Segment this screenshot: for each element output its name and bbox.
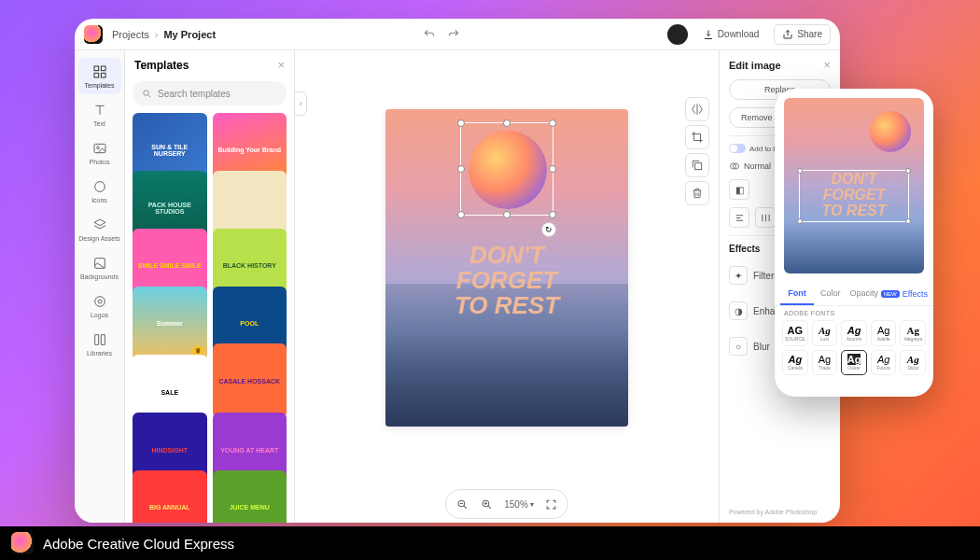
svg-rect-2 xyxy=(94,73,99,77)
properties-panel-title: Edit image xyxy=(729,60,781,71)
rail-templates[interactable]: Templates xyxy=(78,58,121,94)
resize-handle-ne[interactable] xyxy=(549,119,556,127)
font-option[interactable]: AgAlegreya xyxy=(900,320,926,346)
close-icon[interactable]: × xyxy=(277,58,285,72)
duplicate-button[interactable] xyxy=(685,153,709,177)
selection-box[interactable]: ↻ xyxy=(460,122,553,216)
phone-shape[interactable] xyxy=(870,111,911,152)
selected-shape[interactable] xyxy=(469,131,547,209)
svg-rect-11 xyxy=(695,163,702,170)
search-input[interactable]: Search templates xyxy=(133,81,287,105)
share-icon xyxy=(782,29,793,40)
app-logo-icon xyxy=(84,25,103,44)
resize-handle-e[interactable] xyxy=(549,165,556,173)
resize-handle-sw[interactable] xyxy=(797,218,803,224)
distribute-button[interactable] xyxy=(755,207,776,228)
search-icon xyxy=(142,89,152,99)
brand-footer: Adobe Creative Cloud Express xyxy=(0,526,980,560)
svg-point-9 xyxy=(94,297,105,307)
phone-selection-box[interactable] xyxy=(799,170,909,222)
zoom-fit-button[interactable] xyxy=(541,494,562,514)
filters-icon: ✦ xyxy=(729,266,748,285)
undo-button[interactable] xyxy=(419,24,440,45)
share-button[interactable]: Share xyxy=(774,24,831,45)
breadcrumb-root[interactable]: Projects xyxy=(112,29,149,40)
resize-handle-s[interactable] xyxy=(503,211,511,218)
font-option[interactable]: AGSOURCE xyxy=(782,320,808,346)
rail-icons[interactable]: Icons xyxy=(78,173,121,209)
panel-collapse-handle[interactable]: › xyxy=(294,91,307,116)
rail-text[interactable]: Text xyxy=(78,96,121,133)
resize-handle-n[interactable] xyxy=(503,119,511,127)
left-rail: Templates Text Photos Icons Design Asset… xyxy=(75,50,125,523)
fonts-section-label: ADOBE FONTS xyxy=(775,306,933,318)
font-option[interactable]: AgAcumin xyxy=(841,320,867,346)
powered-by-label: Powered by Adobe Photoshop xyxy=(729,509,831,515)
font-option[interactable]: AgOskar xyxy=(841,350,867,376)
rail-backgrounds[interactable]: Backgrounds xyxy=(78,249,121,286)
rail-design-assets[interactable]: Design Assets xyxy=(78,211,121,247)
svg-point-8 xyxy=(98,300,102,303)
svg-rect-3 xyxy=(101,73,105,77)
template-card[interactable]: CASALE HOSSACK xyxy=(213,343,287,418)
phone-artboard[interactable]: DON'T FORGET TO REST xyxy=(784,98,924,273)
opacity-button[interactable]: ◧ xyxy=(729,179,749,200)
download-button[interactable]: Download xyxy=(695,25,766,44)
breadcrumb-current[interactable]: My Project xyxy=(163,29,216,40)
svg-rect-1 xyxy=(101,66,105,71)
artboard-text[interactable]: DON'T FORGET TO REST xyxy=(385,243,628,319)
resize-handle-nw[interactable] xyxy=(797,168,803,174)
font-option[interactable]: AgCanela xyxy=(782,350,808,376)
tab-opacity[interactable]: Opacity xyxy=(847,283,881,305)
toggle-icon xyxy=(729,144,746,153)
resize-handle-se[interactable] xyxy=(905,218,911,224)
history-controls xyxy=(419,24,464,45)
resize-handle-sw[interactable] xyxy=(457,211,465,218)
phone-frame: DON'T FORGET TO REST Font Color Opacity … xyxy=(775,89,933,397)
svg-point-6 xyxy=(94,182,105,192)
svg-point-5 xyxy=(96,147,99,149)
top-bar: Projects › My Project Download Share xyxy=(75,19,840,50)
resize-handle-se[interactable] xyxy=(549,211,556,218)
zoom-in-button[interactable] xyxy=(476,494,497,514)
delete-button[interactable] xyxy=(685,181,709,205)
design-assets-icon xyxy=(91,217,108,233)
zoom-level-dropdown[interactable]: 150%▾ xyxy=(500,499,538,510)
templates-icon xyxy=(91,63,108,80)
template-card[interactable]: Summer♛ xyxy=(133,287,207,361)
font-option[interactable]: AgLust xyxy=(812,320,838,346)
avatar[interactable] xyxy=(667,24,688,45)
svg-rect-0 xyxy=(94,66,99,71)
zoom-out-button[interactable] xyxy=(452,494,472,514)
canvas-vertical-toolbar xyxy=(685,97,709,205)
photos-icon xyxy=(91,140,108,157)
resize-handle-w[interactable] xyxy=(457,165,465,173)
template-card[interactable]: BIG ANNUAL xyxy=(133,470,207,523)
crop-button[interactable] xyxy=(685,125,709,149)
redo-button[interactable] xyxy=(443,24,464,45)
rail-libraries[interactable]: Libraries xyxy=(78,326,121,362)
align-button[interactable] xyxy=(729,207,749,228)
font-option[interactable]: AgDidot xyxy=(900,350,926,376)
templates-panel: Templates × Search templates SUN & TILE … xyxy=(125,50,295,523)
template-card[interactable]: JUICE MENU xyxy=(213,470,287,523)
close-icon[interactable]: × xyxy=(823,58,831,72)
flip-horizontal-button[interactable] xyxy=(685,97,709,121)
libraries-icon xyxy=(91,331,108,348)
font-option[interactable]: AgTrade xyxy=(812,350,838,376)
rail-photos[interactable]: Photos xyxy=(78,134,121,171)
rail-logos[interactable]: Logos xyxy=(78,287,121,324)
tab-font[interactable]: Font xyxy=(780,283,814,305)
tab-effects[interactable]: NEW Effects xyxy=(881,283,928,305)
logos-icon xyxy=(91,293,108,310)
enhancements-icon: ◑ xyxy=(729,301,748,320)
font-option[interactable]: AgFutura xyxy=(871,350,897,376)
tablet-frame: Projects › My Project Download Share xyxy=(75,19,840,523)
font-option[interactable]: AgAdelle xyxy=(871,320,897,346)
artboard[interactable]: DON'T FORGET TO REST ↻ xyxy=(385,109,628,427)
brand-name: Adobe Creative Cloud Express xyxy=(43,536,234,552)
chevron-right-icon: › xyxy=(155,29,159,40)
rotate-handle[interactable]: ↻ xyxy=(541,222,556,237)
resize-handle-nw[interactable] xyxy=(457,119,465,127)
tab-color[interactable]: Color xyxy=(814,283,847,305)
